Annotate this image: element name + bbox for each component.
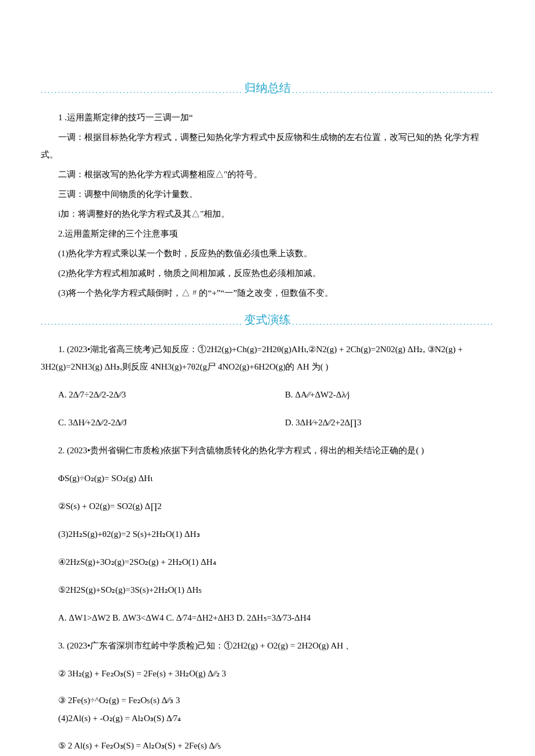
q2-eq3: (3)2H₂S(g)+θ2(g)=2 S(s)+2H₂O(1) ΔH₃ <box>41 525 494 543</box>
q2-options: A. ΔW1>ΔW2 B. ΔW3<ΔW4 C. ∆∕74=ΔH2+ΔH3 D.… <box>41 609 494 626</box>
q1-optD: D. 3ΔH⁄+2∆∕∕2+2∆∏3 <box>268 414 494 431</box>
summary-note-title: 2.运用盖斯定律的三个注意事项 <box>41 225 494 242</box>
q2-eq4: ④2HzS(g)+3O₂(g)=2SO₂(g) + 2H₂O(1) ΔH₄ <box>41 553 494 571</box>
q3-eq3: ③ 2Fe(s)÷^O₂(g) = Fe₂O₅(s) ∆∕∕₃ 3 <box>41 693 494 708</box>
q1-options-row1: A. 2∆∕7÷2∆∕∕2-2∆∕∕3 B. ΔA∕∕+ΔW2-Δλ∕j <box>41 386 494 403</box>
q2-eq5: ⑤2H2S(g)+SO₂(g)=3S(s)+2H₂O(1) ΔH₅ <box>41 581 494 599</box>
dots-right-2: ........................................… <box>292 317 494 327</box>
q1-optA: A. 2∆∕7÷2∆∕∕2-2∆∕∕3 <box>41 386 268 403</box>
section-header-practice: ........................................… <box>41 312 494 328</box>
q2-eq2: ②S(s) + O2(g)= SO2(g) ∆∏2 <box>41 497 494 515</box>
summary-step4: i加：将调整好的热化学方程式及其△"相加。 <box>41 205 494 223</box>
dots-left: ........................................… <box>41 85 243 95</box>
q2-eq1: ΦS(g)÷O₂(g)= SO₂(g) ΔHι <box>41 470 494 487</box>
q1-optB: B. ΔA∕∕+ΔW2-Δλ∕j <box>268 386 494 403</box>
summary-step3: 三调：调整中间物质的化学计量数。 <box>41 185 494 203</box>
q3-eq2: ② 3H₂(g) + Fe₂O₃(S) = 2Fe(s) + 3H₂O(g) ∆… <box>41 665 494 682</box>
summary-note3: (3)将一个热化学方程式颠倒时，△〃的“+”“一”随之改变，但数值不变。 <box>41 284 494 302</box>
q2-stem: 2. (2023•贵州省铜仁市质检)依据下列含硫物质转化的热化学方程式，得出的相… <box>41 442 494 459</box>
section-header-summary: ........................................… <box>41 80 494 96</box>
summary-note2: (2)热化学方程式相加减时，物质之间相加减，反应热也必须相加减。 <box>41 264 494 282</box>
dots-left-2: ........................................… <box>41 317 243 327</box>
summary-step2: 二调：根据改写的热化学方程式调整相应△"的符号。 <box>41 166 494 183</box>
q3-stem: 3. (2023•广东省深圳市红岭中学质检)己知：①2H2(g) + O2(g)… <box>41 637 494 654</box>
q1-options-row2: C. 3ΔH⁄+2∆∕∕2-2∆∕∕J D. 3ΔH⁄+2∆∕∕2+2∆∏3 <box>41 414 494 431</box>
practice-title: 变式演练 <box>244 312 291 328</box>
summary-step1: 一调：根据目标热化学方程式，调整已知热化学方程式中反应物和生成物的左右位置，改写… <box>41 128 494 163</box>
summary-note1: (1)热化学方程式乘以某一个数时，反应热的数值必须也乘上该数。 <box>41 245 494 262</box>
page: ........................................… <box>0 0 535 756</box>
summary-rule-title: 1 .运用盖斯定律的技巧一三调一加“ <box>41 109 494 126</box>
q1-optC: C. 3ΔH⁄+2∆∕∕2-2∆∕∕J <box>41 414 268 431</box>
summary-title: 归纳总结 <box>244 80 291 96</box>
dots-right: ........................................… <box>292 85 494 95</box>
q1-stem: 1. (2023•湖北省高三统考)己知反应：①2H2(g)+Ch(g)=2H2θ… <box>41 341 494 375</box>
q3-eq4: (4)2Al(s) + -O₂(g) = Al₂O₃(S) ∆∕7₄ <box>41 711 494 726</box>
q3-eq5: ⑤ 2 Al(s) + Fe₂O₃(S) = Al₂O₃(S) + 2Fe(s)… <box>41 737 494 754</box>
